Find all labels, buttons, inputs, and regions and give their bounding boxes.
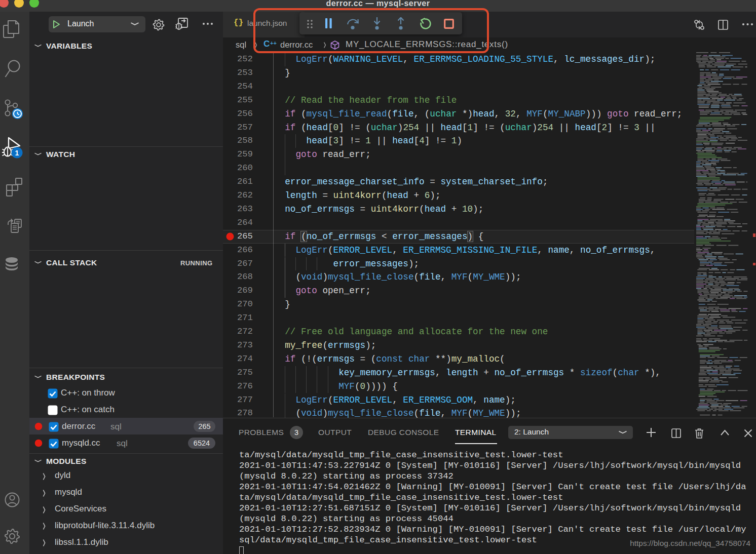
svg-text:1: 1 bbox=[15, 149, 19, 157]
